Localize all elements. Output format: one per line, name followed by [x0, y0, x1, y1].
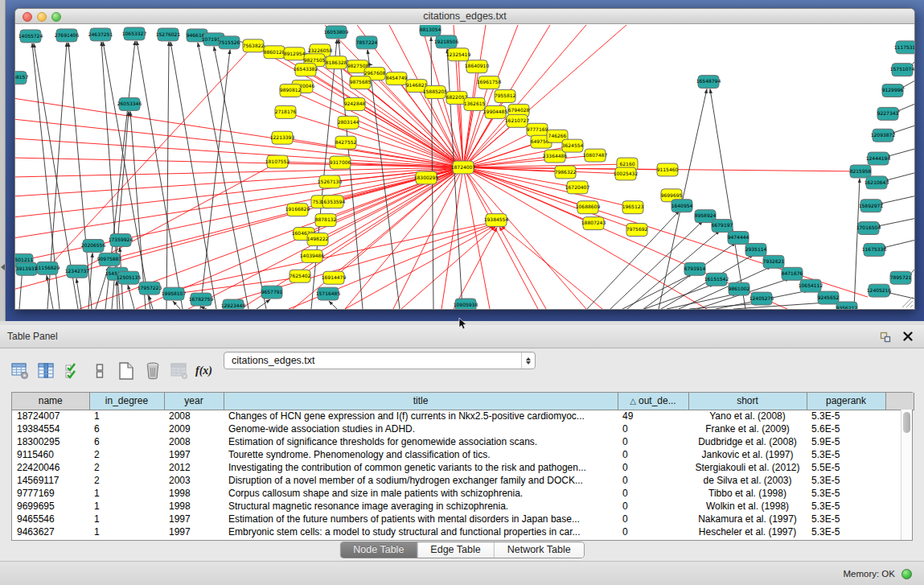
graph-edge[interactable]: [622, 274, 692, 309]
table-cell[interactable]: 18300295: [12, 435, 89, 448]
table-cell[interactable]: Estimation of the future numbers of pati…: [224, 513, 618, 525]
show-column-icon[interactable]: [36, 360, 57, 381]
table-cell[interactable]: 5.3E-5: [807, 410, 885, 422]
table-row[interactable]: 911546021997Tourette syndrome. Phenomeno…: [12, 448, 914, 461]
table-cell[interactable]: Estimation of significance thresholds fo…: [224, 435, 618, 448]
graph-edge[interactable]: [886, 292, 914, 299]
graph-edge[interactable]: [117, 281, 117, 309]
column-header-name[interactable]: name: [12, 393, 89, 410]
table-cell[interactable]: 5.3E-5: [807, 525, 885, 538]
graph-edge[interactable]: [15, 98, 463, 167]
graph-edge[interactable]: [257, 299, 270, 309]
column-header-short[interactable]: short: [688, 393, 807, 410]
table-cell[interactable]: 5.3E-5: [807, 500, 885, 513]
graph-edge[interactable]: [198, 43, 248, 309]
dropdown-arrows-icon[interactable]: [521, 352, 535, 369]
table-cell[interactable]: 6: [89, 435, 164, 448]
west-splitter[interactable]: [0, 0, 6, 321]
table-cell[interactable]: 1: [89, 525, 164, 538]
column-header-in_degree[interactable]: in_degree: [89, 393, 164, 410]
table-cell[interactable]: 0: [618, 525, 688, 538]
table-cell[interactable]: Nakamura et al. (1997): [688, 513, 807, 525]
table-cell[interactable]: 1998: [164, 487, 224, 500]
graph-edge[interactable]: [200, 307, 207, 309]
collapse-arrow-icon[interactable]: [1, 264, 5, 270]
network-canvas[interactable]: 1872400718300295756382288601288912954232…: [15, 25, 914, 309]
delete-table-icon[interactable]: [169, 360, 190, 381]
tab-node-table[interactable]: Node Table: [340, 542, 417, 558]
table-cell[interactable]: 0: [618, 474, 688, 487]
table-cell[interactable]: de Silva et al. (2003): [688, 474, 807, 487]
table-cell[interactable]: 0: [618, 487, 688, 500]
table-row[interactable]: 969969511998Structural magnetic resonanc…: [12, 500, 914, 513]
new-column-icon[interactable]: [116, 360, 137, 381]
tab-network-table[interactable]: Network Table: [495, 542, 584, 558]
graph-edge[interactable]: [173, 301, 180, 309]
table-cell[interactable]: 2008: [164, 435, 224, 448]
graph-edge[interactable]: [876, 219, 914, 227]
table-cell[interactable]: 22420046: [12, 461, 89, 474]
table-cell[interactable]: Changes of HCN gene expression and I(f) …: [224, 410, 618, 422]
table-cell[interactable]: 1: [89, 500, 164, 513]
table-cell[interactable]: 1: [89, 513, 164, 525]
graph-edge[interactable]: [644, 284, 714, 309]
table-cell[interactable]: 6: [89, 422, 164, 435]
table-cell[interactable]: 1997: [164, 448, 224, 461]
table-cell[interactable]: 5.6E-5: [807, 422, 885, 435]
table-row[interactable]: 1938455462009Genome-wide association stu…: [12, 422, 914, 435]
table-cell[interactable]: Franke et al. (2009): [688, 422, 807, 435]
column-header-title[interactable]: title: [224, 393, 618, 410]
table-row[interactable]: 2242004622012Investigating the contribut…: [12, 461, 914, 474]
table-row[interactable]: 1830029562008Estimation of significance …: [12, 435, 914, 448]
table-cell[interactable]: 18724007: [12, 410, 89, 422]
table-row[interactable]: 1456911722003Disruption of a novel membe…: [12, 474, 914, 487]
graph-edge[interactable]: [128, 285, 134, 309]
table-cell[interactable]: 5.9E-5: [807, 435, 885, 448]
table-selector-dropdown[interactable]: citations_edges.txt: [224, 352, 536, 369]
table-cell[interactable]: 2: [89, 474, 164, 487]
table-cell[interactable]: Genome-wide association studies in ADHD.: [224, 422, 618, 435]
table-cell[interactable]: Tourette syndrome. Phenomenology and cla…: [224, 448, 618, 461]
table-cell[interactable]: 9699695: [12, 500, 89, 513]
close-panel-icon[interactable]: [901, 330, 914, 343]
table-cell[interactable]: 0: [618, 513, 688, 525]
table-cell[interactable]: 9465546: [12, 513, 89, 525]
graph-edge[interactable]: [214, 47, 266, 309]
scrollbar-thumb[interactable]: [903, 412, 910, 433]
table-cell[interactable]: Stergiakouli et al. (2012): [688, 461, 807, 474]
table-cell[interactable]: 5.3E-5: [807, 474, 885, 487]
table-cell[interactable]: 5.5E-5: [807, 461, 885, 474]
table-cell[interactable]: Jankovic et al. (1997): [688, 448, 807, 461]
row-height-icon[interactable]: [89, 360, 110, 381]
table-cell[interactable]: Investigating the contribution of common…: [224, 461, 618, 474]
table-cell[interactable]: 19384554: [12, 422, 89, 435]
function-builder-icon[interactable]: f(x): [195, 365, 212, 377]
graph-edge[interactable]: [463, 67, 477, 167]
table-row[interactable]: 946554611997Estimation of the future num…: [12, 513, 914, 525]
table-scrollbar[interactable]: [901, 410, 912, 540]
table-cell[interactable]: Dudbridge et al. (2008): [688, 435, 807, 448]
column-header-out_de[interactable]: △out_de...: [618, 393, 688, 410]
table-cell[interactable]: 2012: [164, 461, 224, 474]
graph-edge[interactable]: [15, 158, 463, 167]
table-row[interactable]: 946362711997Embryonic stem cells: a mode…: [12, 525, 914, 538]
graph-edge[interactable]: [329, 301, 337, 309]
table-cell[interactable]: 14569117: [12, 474, 89, 487]
table-cell[interactable]: 1: [89, 487, 164, 500]
table-cell[interactable]: Wolkin et al. (1998): [688, 500, 807, 513]
table-cell[interactable]: 5.3E-5: [807, 513, 885, 525]
graph-edge[interactable]: [166, 42, 169, 309]
node-table[interactable]: namein_degreeyeartitle△out_de...shortpag…: [11, 392, 913, 541]
table-cell[interactable]: 2: [89, 461, 164, 474]
table-cell[interactable]: 1998: [164, 500, 224, 513]
table-cell[interactable]: Corpus callosum shape and size in male p…: [224, 487, 618, 500]
table-cell[interactable]: Tibbo et al. (1998): [688, 487, 807, 500]
graph-edge[interactable]: [290, 91, 463, 167]
table-cell[interactable]: 5.3E-5: [807, 487, 885, 500]
table-cell[interactable]: 1997: [164, 525, 224, 538]
table-cell[interactable]: Structural magnetic resonance image aver…: [224, 500, 618, 513]
graph-edge[interactable]: [311, 39, 337, 309]
table-cell[interactable]: 0: [618, 500, 688, 513]
column-header-year[interactable]: year: [164, 393, 224, 410]
network-window[interactable]: citations_edges.txt 18724007183002957563…: [14, 8, 915, 310]
